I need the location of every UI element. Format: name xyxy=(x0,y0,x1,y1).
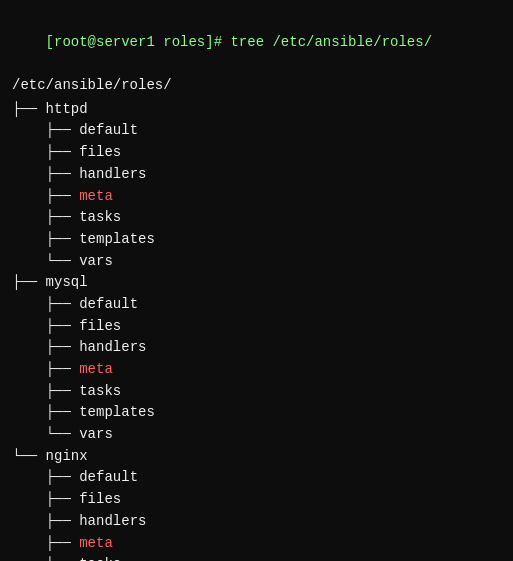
tree-line-4: ├── meta xyxy=(12,186,501,208)
tree-line-5: ├── tasks xyxy=(12,207,501,229)
tree-line-1: ├── default xyxy=(12,120,501,142)
tree-line-15: └── vars xyxy=(12,424,501,446)
tree-line-8: ├── mysql xyxy=(12,272,501,294)
tree-line-12: ├── meta xyxy=(12,359,501,381)
tree-line-20: ├── meta xyxy=(12,533,501,555)
tree-line-3: ├── handlers xyxy=(12,164,501,186)
tree-container: ├── httpd ├── default ├── files ├── hand… xyxy=(12,99,501,561)
tree-line-9: ├── default xyxy=(12,294,501,316)
tree-line-21: ├── tasks xyxy=(12,554,501,561)
highlighted-name: meta xyxy=(79,188,113,204)
tree-line-14: ├── templates xyxy=(12,402,501,424)
terminal-window: [root@server1 roles]# tree /etc/ansible/… xyxy=(12,10,501,561)
tree-line-0: ├── httpd xyxy=(12,99,501,121)
tree-line-13: ├── tasks xyxy=(12,381,501,403)
highlighted-name: meta xyxy=(79,535,113,551)
highlighted-name: meta xyxy=(79,361,113,377)
tree-line-2: ├── files xyxy=(12,142,501,164)
prompt-user: [root@server1 roles]# tree /etc/ansible/… xyxy=(46,34,432,50)
tree-line-16: └── nginx xyxy=(12,446,501,468)
tree-line-11: ├── handlers xyxy=(12,337,501,359)
prompt-line: [root@server1 roles]# tree /etc/ansible/… xyxy=(12,10,501,75)
tree-line-17: ├── default xyxy=(12,467,501,489)
tree-line-6: ├── templates xyxy=(12,229,501,251)
tree-line-7: └── vars xyxy=(12,251,501,273)
tree-line-10: ├── files xyxy=(12,316,501,338)
root-path-line: /etc/ansible/roles/ xyxy=(12,75,501,97)
tree-line-18: ├── files xyxy=(12,489,501,511)
tree-line-19: ├── handlers xyxy=(12,511,501,533)
